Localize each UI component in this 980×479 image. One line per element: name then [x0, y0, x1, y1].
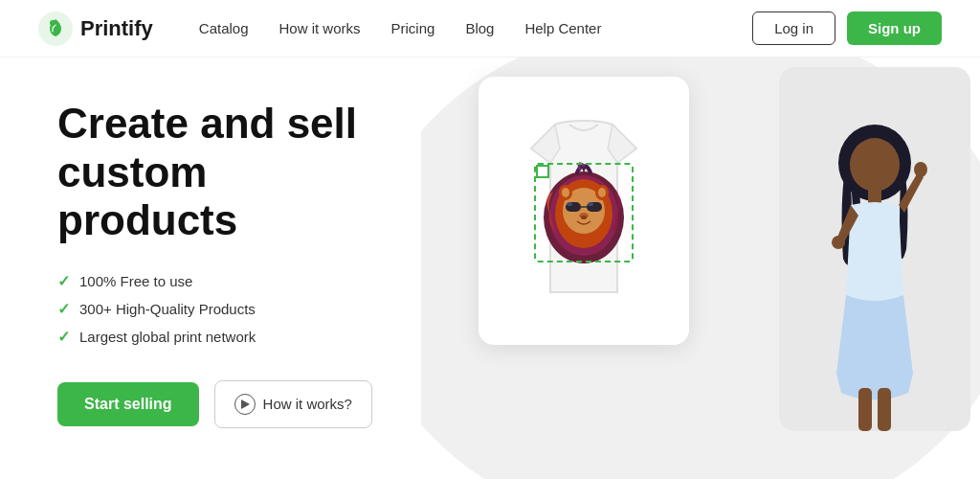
- design-selection-box: [534, 163, 634, 262]
- svg-point-1: [50, 20, 56, 26]
- feature-item-1: ✓ 100% Free to use: [57, 272, 383, 290]
- hero-section: Create and sell custom products ✓ 100% F…: [0, 57, 980, 479]
- nav-blog[interactable]: Blog: [465, 20, 494, 36]
- person-card: [779, 67, 970, 431]
- feature-item-2: ✓ 300+ High-Quality Products: [57, 300, 383, 318]
- check-icon-3: ✓: [57, 328, 70, 346]
- hero-title: Create and sell custom products: [57, 100, 383, 245]
- login-button[interactable]: Log in: [752, 11, 835, 45]
- nav-how-it-works[interactable]: How it works: [279, 20, 361, 36]
- cta-area: Start selling How it works?: [57, 380, 383, 428]
- feature-text-3: Largest global print network: [79, 329, 256, 345]
- nav-catalog[interactable]: Catalog: [199, 20, 249, 36]
- feature-text-2: 300+ High-Quality Products: [79, 301, 256, 317]
- main-nav: Catalog How it works Pricing Blog Help C…: [199, 20, 752, 36]
- how-it-works-button[interactable]: How it works?: [214, 380, 372, 428]
- start-selling-button[interactable]: Start selling: [57, 382, 199, 426]
- tshirt-svg-wrapper: [498, 105, 670, 316]
- tshirt-card: [479, 77, 689, 345]
- logo-icon: [38, 11, 73, 46]
- logo[interactable]: Printify: [38, 11, 153, 46]
- signup-button[interactable]: Sign up: [847, 11, 942, 45]
- check-icon-1: ✓: [57, 272, 70, 290]
- features-list: ✓ 100% Free to use ✓ 300+ High-Quality P…: [57, 272, 383, 346]
- svg-rect-22: [858, 388, 872, 431]
- play-circle-icon: [234, 394, 256, 415]
- svg-point-21: [832, 236, 845, 249]
- feature-text-1: 100% Free to use: [79, 273, 192, 289]
- person-figure: [793, 105, 956, 431]
- svg-point-20: [914, 162, 927, 177]
- hero-right: [421, 57, 980, 479]
- nav-pricing[interactable]: Pricing: [391, 20, 435, 36]
- logo-text: Printify: [80, 16, 153, 41]
- hero-left: Create and sell custom products ✓ 100% F…: [0, 57, 421, 479]
- nav-help-center[interactable]: Help Center: [524, 20, 601, 36]
- svg-point-18: [850, 138, 900, 192]
- check-icon-2: ✓: [57, 300, 70, 318]
- feature-item-3: ✓ Largest global print network: [57, 328, 383, 346]
- play-triangle-icon: [241, 399, 250, 409]
- svg-rect-23: [878, 388, 891, 431]
- site-header: Printify Catalog How it works Pricing Bl…: [0, 0, 980, 57]
- how-it-works-label: How it works?: [263, 396, 352, 412]
- header-actions: Log in Sign up: [752, 11, 942, 45]
